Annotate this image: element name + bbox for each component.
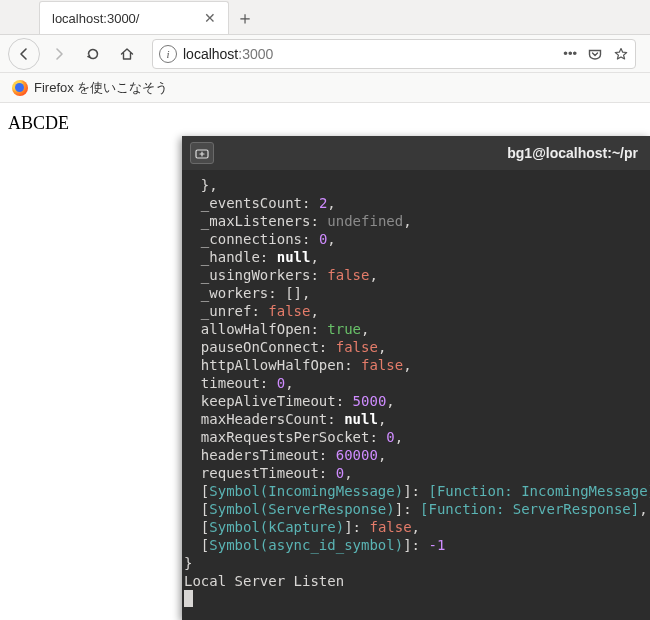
page-body-text: ABCDE — [8, 113, 69, 133]
new-tab-button[interactable]: ＋ — [229, 1, 261, 34]
close-tab-icon[interactable]: ✕ — [202, 10, 218, 26]
terminal-newtab-icon — [195, 147, 209, 159]
browser-tab[interactable]: localhost:3000/ ✕ — [39, 1, 229, 34]
terminal-title: bg1@localhost:~/pr — [224, 145, 642, 161]
home-button[interactable] — [112, 39, 142, 69]
page-actions-icon[interactable]: ••• — [563, 46, 577, 61]
bookmark-item-firefox[interactable]: Firefox を使いこなそう — [8, 76, 172, 100]
reload-icon — [85, 46, 101, 62]
terminal-new-tab-button[interactable] — [190, 142, 214, 164]
bookmark-label: Firefox を使いこなそう — [34, 79, 168, 97]
url-host: localhost — [183, 46, 238, 62]
url-port: :3000 — [238, 46, 273, 62]
terminal-window: bg1@localhost:~/pr }, _eventsCount: 2, _… — [182, 136, 650, 620]
tabstrip-spacer — [0, 0, 39, 34]
terminal-cursor — [184, 590, 193, 607]
home-icon — [119, 46, 135, 62]
reload-button[interactable] — [78, 39, 108, 69]
url-actions: ••• — [563, 46, 629, 62]
bookmark-toolbar: Firefox を使いこなそう — [0, 73, 650, 103]
site-info-icon[interactable]: i — [159, 45, 177, 63]
firefox-icon — [12, 80, 28, 96]
nav-toolbar: i localhost:3000 ••• — [0, 35, 650, 73]
back-button[interactable] — [8, 38, 40, 70]
forward-button — [44, 39, 74, 69]
tab-title: localhost:3000/ — [52, 11, 194, 26]
terminal-output[interactable]: }, _eventsCount: 2, _maxListeners: undef… — [182, 170, 650, 620]
url-bar[interactable]: i localhost:3000 ••• — [152, 39, 636, 69]
pocket-icon[interactable] — [587, 46, 603, 62]
terminal-titlebar: bg1@localhost:~/pr — [182, 136, 650, 170]
bookmark-star-icon[interactable] — [613, 46, 629, 62]
url-text: localhost:3000 — [183, 46, 557, 62]
tab-strip: localhost:3000/ ✕ ＋ — [0, 0, 650, 35]
arrow-left-icon — [16, 46, 32, 62]
arrow-right-icon — [51, 46, 67, 62]
